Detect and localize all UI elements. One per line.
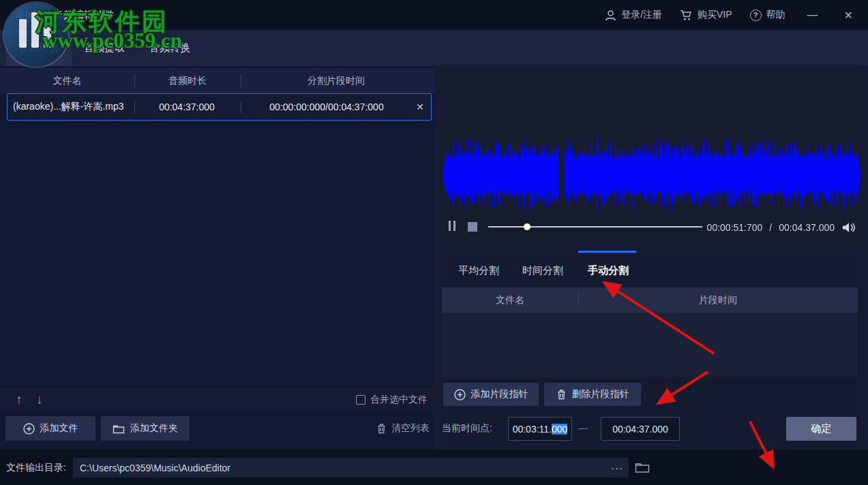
- add-folder-label: 添加文件夹: [130, 422, 178, 435]
- confirm-button[interactable]: 确定: [786, 417, 856, 441]
- tab-manual-split[interactable]: 手动分割: [588, 260, 629, 281]
- tab-average-split[interactable]: 平均分割: [458, 260, 499, 281]
- add-pointer-button[interactable]: 添加片段指针: [443, 383, 539, 406]
- tab-audio-extract[interactable]: 音频提取: [72, 30, 137, 66]
- current-point-row: 当前时间点: 00:03:11.000 — 00:04:37.000 确定: [442, 417, 860, 441]
- help-button[interactable]: ? 帮助: [750, 9, 785, 21]
- time-separator: /: [769, 222, 772, 233]
- output-dir-input[interactable]: C:\Users\pc0359\Music\AudioEditor ···: [73, 458, 629, 478]
- merge-selected-checkbox[interactable]: 合并选中文件: [356, 388, 428, 412]
- active-tab-indicator: [578, 251, 636, 253]
- pause-button[interactable]: [449, 221, 458, 231]
- segment-header-time: 片段时间: [578, 287, 858, 313]
- add-pointer-label: 添加片段指针: [471, 388, 528, 401]
- browse-ellipsis-icon[interactable]: ···: [611, 458, 623, 478]
- delete-pointer-label: 删除片段指针: [572, 388, 629, 401]
- clear-list-label: 清空列表: [391, 422, 430, 435]
- open-folder-icon[interactable]: [635, 461, 650, 473]
- segment-header-name: 文件名: [442, 287, 578, 313]
- segment-table-body: [442, 313, 858, 377]
- help-icon: ?: [750, 10, 762, 21]
- end-time-input[interactable]: 00:04:37.000: [601, 417, 680, 441]
- volume-icon[interactable]: [841, 221, 855, 234]
- total-time: 00:04.37.000: [779, 222, 835, 233]
- waveform-canvas[interactable]: [442, 118, 860, 231]
- plus-circle-icon: [454, 389, 466, 401]
- time-display: 00:00:51:700 / 00:04.37.000: [707, 222, 835, 233]
- tab-time-split[interactable]: 时间分割: [522, 260, 563, 281]
- login-button[interactable]: 登录/注册: [605, 9, 662, 21]
- output-dir-value: C:\Users\pc0359\Music\AudioEditor: [80, 463, 230, 473]
- file-duration-cell: 00:04:37:000: [132, 94, 241, 120]
- slider-handle[interactable]: [524, 223, 530, 230]
- bottom-bar: 文件输出目录: C:\Users\pc0359\Music\AudioEdito…: [0, 450, 868, 485]
- file-segment-cell: 00:00:00:000/00:04:37:000: [241, 94, 412, 120]
- app-window: 迅捷音频编辑软件 登录/注册 购买VIP ? 帮助 — ✕ 音频剪切 音频提取 …: [0, 0, 868, 485]
- current-point-label: 当前时间点:: [442, 422, 492, 435]
- app-logo-icon: [18, 10, 30, 20]
- remove-file-icon[interactable]: ✕: [416, 94, 424, 120]
- selected-text: 000: [552, 424, 567, 435]
- move-down-icon[interactable]: ↓: [31, 391, 48, 409]
- move-up-icon[interactable]: ↑: [11, 391, 27, 409]
- header-duration: 音频时长: [134, 68, 241, 93]
- minimize-button[interactable]: —: [803, 9, 822, 21]
- close-button[interactable]: ✕: [840, 9, 857, 22]
- app-title: 迅捷音频编辑软件: [33, 9, 115, 22]
- header-segment-time: 分割片段时间: [241, 68, 432, 93]
- plus-circle-icon: [23, 423, 35, 435]
- login-label: 登录/注册: [621, 9, 662, 21]
- file-list-panel: 文件名 音频时长 分割片段时间 (karaoke)...解释-许嵩.mp3 00…: [0, 66, 434, 450]
- header-file-name: 文件名: [0, 68, 134, 93]
- buy-vip-button[interactable]: 购买VIP: [680, 9, 732, 21]
- start-time-value: 00:03:11.: [513, 424, 552, 435]
- main-tab-bar: 音频剪切 音频提取 音频转换: [0, 30, 868, 66]
- list-footer-bar: ↑ ↓ 合并选中文件: [0, 387, 434, 411]
- clear-list-button[interactable]: 清空列表: [376, 416, 430, 441]
- merge-selected-label: 合并选中文件: [370, 394, 428, 406]
- seek-slider[interactable]: [488, 226, 702, 228]
- tab-audio-cut[interactable]: 音频剪切: [6, 30, 72, 66]
- help-label: 帮助: [766, 9, 785, 21]
- waveform-panel: 00:00:51:700 / 00:04.37.000: [440, 65, 862, 244]
- add-folder-button[interactable]: 添加文件夹: [101, 416, 190, 441]
- checkbox-icon: [356, 395, 365, 405]
- split-panel: 平均分割 时间分割 手动分割 文件名 片段时间 添加片段指针 删除片段指针 当前…: [440, 251, 862, 445]
- output-dir-label: 文件输出目录:: [6, 462, 66, 474]
- trash-icon: [556, 389, 567, 400]
- add-file-button[interactable]: 添加文件: [5, 416, 95, 441]
- user-icon: [605, 10, 616, 21]
- range-dash: —: [578, 422, 588, 433]
- tab-audio-convert[interactable]: 音频转换: [137, 30, 203, 66]
- title-bar: 迅捷音频编辑软件 登录/注册 购买VIP ? 帮助 — ✕: [0, 0, 868, 30]
- file-name-cell: (karaoke)...解释-许嵩.mp3: [13, 94, 137, 120]
- current-time: 00:00:51:700: [707, 222, 763, 233]
- cart-icon: [680, 10, 693, 21]
- folder-icon: [113, 424, 125, 434]
- file-table-header: 文件名 音频时长 分割片段时间: [0, 68, 434, 93]
- stop-button[interactable]: [468, 222, 477, 232]
- delete-pointer-button[interactable]: 删除片段指针: [544, 383, 641, 406]
- segment-table-header: 文件名 片段时间: [442, 287, 858, 313]
- table-row[interactable]: (karaoke)...解释-许嵩.mp3 00:04:37:000 00:00…: [7, 93, 432, 121]
- add-file-label: 添加文件: [40, 422, 78, 435]
- start-time-input[interactable]: 00:03:11.000: [508, 417, 572, 441]
- buy-vip-label: 购买VIP: [698, 9, 732, 21]
- end-time-value: 00:04:37.000: [612, 424, 668, 435]
- trash-icon: [376, 423, 387, 434]
